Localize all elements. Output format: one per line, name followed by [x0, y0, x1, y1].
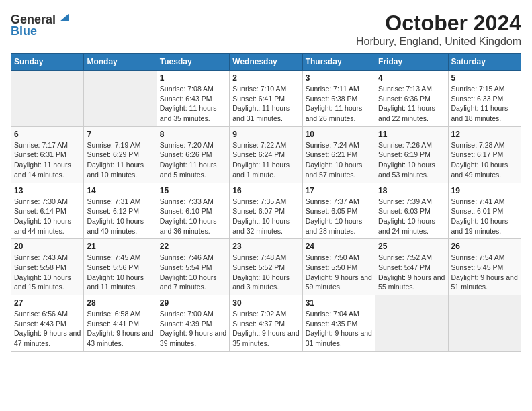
calendar-cell: 29Sunrise: 7:00 AMSunset: 4:39 PMDayligh… [157, 295, 229, 352]
day-number: 19 [451, 186, 518, 195]
calendar-cell: 11Sunrise: 7:26 AMSunset: 6:19 PMDayligh… [375, 126, 448, 183]
page-header: General Blue October 2024 Horbury, Engla… [11, 11, 521, 48]
day-number: 21 [87, 242, 153, 251]
calendar-cell: 9Sunrise: 7:22 AMSunset: 6:24 PMDaylight… [230, 126, 302, 183]
day-number: 3 [306, 73, 372, 83]
day-content: Sunrise: 7:02 AMSunset: 4:37 PMDaylight:… [232, 309, 299, 349]
day-number: 23 [232, 242, 299, 251]
day-number: 26 [451, 242, 518, 251]
day-number: 13 [14, 186, 81, 195]
day-content: Sunrise: 7:37 AMSunset: 6:05 PMDaylight:… [306, 197, 372, 236]
day-number: 4 [378, 73, 445, 83]
month-title: October 2024 [356, 11, 521, 36]
day-content: Sunrise: 7:46 AMSunset: 5:54 PMDaylight:… [160, 253, 226, 292]
day-number: 24 [306, 242, 372, 251]
calendar-cell [448, 295, 521, 352]
day-content: Sunrise: 7:17 AMSunset: 6:31 PMDaylight:… [14, 140, 81, 180]
day-content: Sunrise: 7:35 AMSunset: 6:07 PMDaylight:… [232, 197, 299, 236]
day-number: 29 [160, 298, 226, 308]
calendar-week-row: 20Sunrise: 7:43 AMSunset: 5:58 PMDayligh… [11, 239, 521, 295]
calendar-cell [84, 71, 157, 127]
day-content: Sunrise: 7:48 AMSunset: 5:52 PMDaylight:… [232, 253, 299, 292]
weekday-header-friday: Friday [375, 54, 448, 71]
day-number: 11 [378, 130, 445, 139]
day-content: Sunrise: 6:56 AMSunset: 4:43 PMDaylight:… [14, 309, 81, 349]
calendar-cell: 18Sunrise: 7:39 AMSunset: 6:03 PMDayligh… [375, 183, 448, 239]
day-content: Sunrise: 7:04 AMSunset: 4:35 PMDaylight:… [306, 309, 372, 349]
calendar-cell: 12Sunrise: 7:28 AMSunset: 6:17 PMDayligh… [448, 126, 521, 183]
logo-triangle-icon [57, 11, 69, 26]
day-number: 7 [87, 130, 153, 139]
day-content: Sunrise: 7:19 AMSunset: 6:29 PMDaylight:… [87, 140, 153, 180]
day-content: Sunrise: 7:08 AMSunset: 6:43 PMDaylight:… [160, 84, 226, 124]
calendar-cell: 24Sunrise: 7:50 AMSunset: 5:50 PMDayligh… [302, 239, 375, 295]
day-content: Sunrise: 7:13 AMSunset: 6:36 PMDaylight:… [378, 84, 445, 124]
calendar-cell [375, 295, 448, 352]
day-content: Sunrise: 7:43 AMSunset: 5:58 PMDaylight:… [14, 253, 81, 292]
day-content: Sunrise: 7:26 AMSunset: 6:19 PMDaylight:… [378, 140, 445, 180]
day-number: 28 [87, 298, 153, 308]
day-content: Sunrise: 7:28 AMSunset: 6:17 PMDaylight:… [451, 140, 518, 180]
day-number: 1 [160, 73, 226, 83]
day-content: Sunrise: 7:15 AMSunset: 6:33 PMDaylight:… [451, 84, 518, 124]
calendar-cell: 26Sunrise: 7:54 AMSunset: 5:45 PMDayligh… [448, 239, 521, 295]
calendar-cell [11, 71, 84, 127]
calendar-week-row: 6Sunrise: 7:17 AMSunset: 6:31 PMDaylight… [11, 126, 521, 183]
calendar-cell: 27Sunrise: 6:56 AMSunset: 4:43 PMDayligh… [11, 295, 84, 352]
day-content: Sunrise: 7:54 AMSunset: 5:45 PMDaylight:… [451, 253, 518, 292]
calendar-cell: 25Sunrise: 7:52 AMSunset: 5:47 PMDayligh… [375, 239, 448, 295]
calendar-cell: 8Sunrise: 7:20 AMSunset: 6:26 PMDaylight… [157, 126, 229, 183]
calendar-week-row: 27Sunrise: 6:56 AMSunset: 4:43 PMDayligh… [11, 295, 521, 352]
day-number: 15 [160, 186, 226, 195]
calendar-cell: 23Sunrise: 7:48 AMSunset: 5:52 PMDayligh… [230, 239, 302, 295]
calendar-cell: 15Sunrise: 7:33 AMSunset: 6:10 PMDayligh… [157, 183, 229, 239]
day-number: 2 [232, 73, 299, 83]
day-number: 6 [14, 130, 81, 139]
calendar-cell: 28Sunrise: 6:58 AMSunset: 4:41 PMDayligh… [84, 295, 157, 352]
day-content: Sunrise: 7:39 AMSunset: 6:03 PMDaylight:… [378, 197, 445, 236]
calendar-cell: 1Sunrise: 7:08 AMSunset: 6:43 PMDaylight… [157, 71, 229, 127]
day-content: Sunrise: 7:11 AMSunset: 6:38 PMDaylight:… [306, 84, 372, 124]
calendar-body: 1Sunrise: 7:08 AMSunset: 6:43 PMDaylight… [11, 71, 521, 352]
calendar-week-row: 13Sunrise: 7:30 AMSunset: 6:14 PMDayligh… [11, 183, 521, 239]
day-number: 22 [160, 242, 226, 251]
day-number: 10 [306, 130, 372, 139]
calendar-cell: 31Sunrise: 7:04 AMSunset: 4:35 PMDayligh… [302, 295, 375, 352]
day-number: 8 [160, 130, 226, 139]
day-content: Sunrise: 7:00 AMSunset: 4:39 PMDaylight:… [160, 309, 226, 349]
weekday-header-thursday: Thursday [302, 54, 375, 71]
calendar-cell: 2Sunrise: 7:10 AMSunset: 6:41 PMDaylight… [230, 71, 302, 127]
calendar-cell: 3Sunrise: 7:11 AMSunset: 6:38 PMDaylight… [302, 71, 375, 127]
location-subtitle: Horbury, England, United Kingdom [356, 36, 521, 48]
day-number: 18 [378, 186, 445, 195]
day-number: 20 [14, 242, 81, 251]
logo-blue-text: Blue [11, 24, 37, 38]
calendar-cell: 19Sunrise: 7:41 AMSunset: 6:01 PMDayligh… [448, 183, 521, 239]
calendar-cell: 5Sunrise: 7:15 AMSunset: 6:33 PMDaylight… [448, 71, 521, 127]
day-content: Sunrise: 7:31 AMSunset: 6:12 PMDaylight:… [87, 197, 153, 236]
day-number: 14 [87, 186, 153, 195]
calendar-cell: 21Sunrise: 7:45 AMSunset: 5:56 PMDayligh… [84, 239, 157, 295]
day-number: 25 [378, 242, 445, 251]
svg-marker-0 [60, 13, 69, 21]
day-content: Sunrise: 7:10 AMSunset: 6:41 PMDaylight:… [232, 84, 299, 124]
day-number: 31 [306, 298, 372, 308]
weekday-header-monday: Monday [84, 54, 157, 71]
day-number: 30 [232, 298, 299, 308]
day-content: Sunrise: 7:41 AMSunset: 6:01 PMDaylight:… [451, 197, 518, 236]
day-number: 5 [451, 73, 518, 83]
day-number: 9 [232, 130, 299, 139]
calendar-cell: 16Sunrise: 7:35 AMSunset: 6:07 PMDayligh… [230, 183, 302, 239]
calendar-cell: 4Sunrise: 7:13 AMSunset: 6:36 PMDaylight… [375, 71, 448, 127]
calendar-cell: 13Sunrise: 7:30 AMSunset: 6:14 PMDayligh… [11, 183, 84, 239]
calendar-cell: 20Sunrise: 7:43 AMSunset: 5:58 PMDayligh… [11, 239, 84, 295]
calendar-cell: 22Sunrise: 7:46 AMSunset: 5:54 PMDayligh… [157, 239, 229, 295]
weekday-header-wednesday: Wednesday [230, 54, 302, 71]
day-content: Sunrise: 7:33 AMSunset: 6:10 PMDaylight:… [160, 197, 226, 236]
calendar-cell: 10Sunrise: 7:24 AMSunset: 6:21 PMDayligh… [302, 126, 375, 183]
day-content: Sunrise: 7:24 AMSunset: 6:21 PMDaylight:… [306, 140, 372, 180]
day-number: 17 [306, 186, 372, 195]
day-content: Sunrise: 7:50 AMSunset: 5:50 PMDaylight:… [306, 253, 372, 292]
day-content: Sunrise: 7:30 AMSunset: 6:14 PMDaylight:… [14, 197, 81, 236]
logo: General Blue [11, 11, 69, 38]
